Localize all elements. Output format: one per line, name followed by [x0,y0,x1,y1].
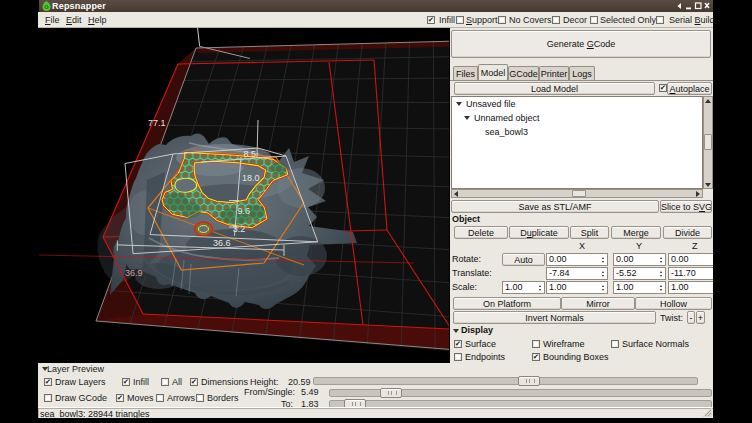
svg-text:77.1: 77.1 [148,118,166,128]
svg-text:9.6: 9.6 [237,206,250,216]
svg-text:36.6: 36.6 [213,238,231,248]
svg-text:36.9: 36.9 [125,268,143,278]
svg-text:18.0: 18.0 [242,173,260,183]
svg-text:3.2: 3.2 [233,224,246,234]
svg-text:8.5: 8.5 [244,149,257,159]
